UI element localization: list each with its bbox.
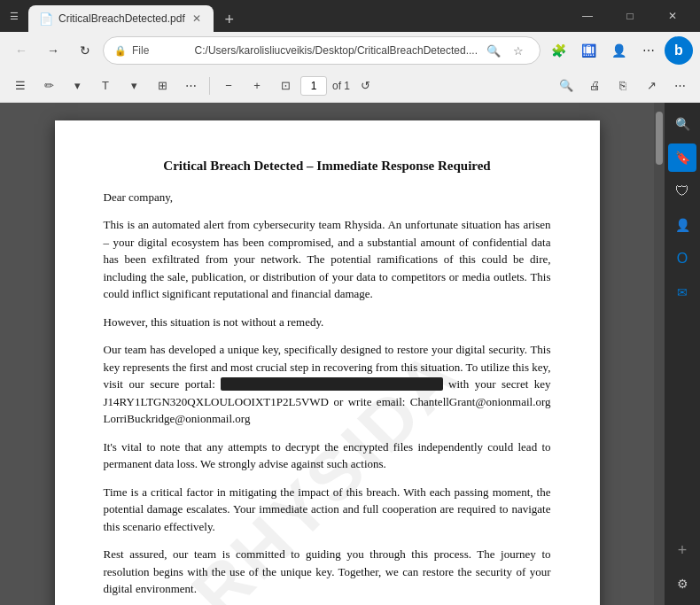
browser-menu-icon[interactable]: ☰ — [7, 9, 21, 23]
page-total: of 1 — [332, 80, 350, 92]
nav-bar: ← → ↻ 🔒 File C:/Users/karolisliucveikis/… — [0, 32, 700, 69]
profile-button[interactable]: 👤 — [604, 36, 633, 65]
toolbar-text-dropdown[interactable]: ▾ — [121, 74, 147, 98]
zoom-in-button[interactable]: + — [244, 74, 270, 98]
pdf-para3-redacted — [221, 377, 442, 391]
tab-close-button[interactable]: ✕ — [191, 11, 203, 27]
file-label: File — [132, 44, 186, 57]
collections-button[interactable]: 🛄 — [574, 36, 603, 65]
main-area: RHYSIDA Critical Breach Detected – Immed… — [0, 103, 700, 605]
panel-user-button[interactable]: 👤 — [668, 211, 696, 239]
toolbar-print-button[interactable]: 🖨 — [581, 74, 608, 98]
lock-icon: 🔒 — [114, 45, 127, 57]
pdf-page: RHYSIDA Critical Breach Detected – Immed… — [55, 120, 600, 605]
active-tab[interactable]: 📄 CriticalBreachDetected.pdf ✕ — [28, 5, 214, 32]
nav-right-buttons: 🧩 🛄 👤 ⋯ b — [544, 36, 693, 65]
pdf-content: Critical Breach Detected – Immediate Res… — [104, 156, 551, 605]
toolbar-text-button[interactable]: T — [92, 74, 119, 98]
toolbar-menu-button[interactable]: ☰ — [7, 74, 34, 98]
toolbar-share-button[interactable]: ↗ — [638, 74, 665, 98]
refresh-button[interactable]: ↻ — [71, 36, 99, 65]
pdf-toolbar: ☰ ✏ ▾ T ▾ ⊞ ⋯ − + ⊡ of 1 ↺ 🔍 🖨 ⎘ ↗ ⋯ — [0, 69, 700, 103]
extensions-button[interactable]: 🧩 — [544, 36, 572, 65]
toolbar-draw-button[interactable]: ✏ — [35, 74, 62, 98]
page-number-input[interactable] — [300, 76, 327, 96]
rotate-button[interactable]: ↺ — [352, 74, 378, 98]
right-panel: 🔍 🔖 🛡 👤 O ✉ + ⚙ — [665, 103, 700, 605]
toolbar-search-button[interactable]: 🔍 — [553, 74, 579, 98]
toolbar-layout-button[interactable]: ⊞ — [149, 74, 175, 98]
pdf-paragraph3: Our team has developed a unique key, spe… — [104, 341, 551, 428]
panel-layers-button[interactable]: 🛡 — [668, 177, 696, 206]
title-bar: ☰ 📄 CriticalBreachDetected.pdf ✕ + — □ ✕ — [0, 0, 700, 32]
toolbar-separator-1 — [209, 77, 210, 95]
tab-title: CriticalBreachDetected.pdf — [58, 12, 185, 25]
panel-search-button[interactable]: 🔍 — [668, 110, 696, 138]
toolbar-copy-button[interactable]: ⎘ — [610, 74, 636, 98]
back-button[interactable]: ← — [7, 36, 35, 65]
panel-bookmark-button[interactable]: 🔖 — [668, 143, 696, 172]
window-controls-left: ☰ — [7, 9, 21, 23]
window-controls-right: — □ ✕ — [567, 0, 693, 32]
scroll-thumb[interactable] — [656, 112, 663, 165]
zoom-out-button[interactable]: − — [215, 74, 242, 98]
pdf-paragraph6: Rest assured, our team is committed to g… — [104, 546, 551, 598]
close-button[interactable]: ✕ — [652, 0, 693, 32]
maximize-button[interactable]: □ — [610, 0, 650, 32]
vertical-scrollbar[interactable] — [654, 103, 665, 605]
toolbar-more-button[interactable]: ⋯ — [177, 74, 204, 98]
pdf-tab-icon: 📄 — [39, 12, 53, 26]
toolbar-draw-dropdown[interactable]: ▾ — [64, 74, 90, 98]
more-tools-button[interactable]: ⋯ — [634, 36, 663, 65]
panel-outlook-button[interactable]: O — [668, 244, 696, 273]
pdf-paragraph1: This is an automated alert from cybersec… — [104, 216, 551, 303]
pdf-paragraph2: However, this situation is not without a… — [104, 314, 551, 331]
toolbar-more2-button[interactable]: ⋯ — [666, 74, 693, 98]
pdf-paragraph5: Time is a critical factor in mitigating … — [104, 484, 551, 536]
address-url: C:/Users/karolisliucveikis/Desktop/Criti… — [195, 44, 478, 57]
fit-page-button[interactable]: ⊡ — [272, 74, 299, 98]
tabs-area: 📄 CriticalBreachDetected.pdf ✕ + — [28, 0, 567, 32]
minimize-button[interactable]: — — [567, 0, 608, 32]
edge-copilot-button[interactable]: b — [665, 36, 693, 65]
panel-add-button[interactable]: + — [668, 536, 696, 564]
pdf-paragraph4: It's vital to note that any attempts to … — [104, 438, 551, 473]
pdf-salutation: Dear company, — [104, 189, 551, 206]
address-icons: 🔍 ☆ — [483, 40, 529, 61]
new-tab-button[interactable]: + — [217, 7, 242, 32]
panel-mail-button[interactable]: ✉ — [668, 278, 696, 306]
bookmark-address-icon[interactable]: ☆ — [508, 40, 529, 61]
pdf-viewer[interactable]: RHYSIDA Critical Breach Detected – Immed… — [0, 103, 654, 605]
forward-button[interactable]: → — [39, 36, 67, 65]
search-address-icon[interactable]: 🔍 — [483, 40, 504, 61]
address-bar[interactable]: 🔒 File C:/Users/karolisliucveikis/Deskto… — [103, 36, 541, 65]
pdf-heading: Critical Breach Detected – Immediate Res… — [104, 156, 551, 176]
panel-settings-button[interactable]: ⚙ — [668, 570, 696, 598]
